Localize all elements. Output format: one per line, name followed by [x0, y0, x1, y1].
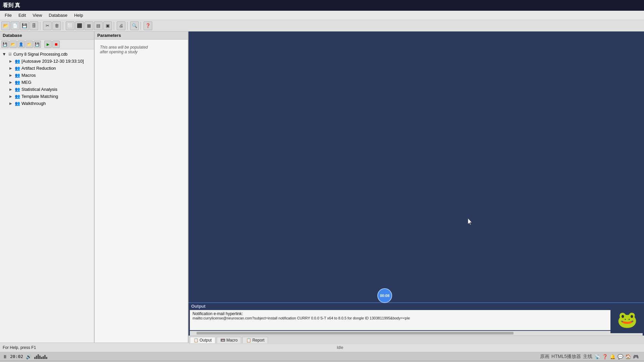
svg-marker-0 — [468, 218, 472, 225]
tree-node-autosave[interactable]: ▶ 👥 [Autosave 2019-12-30 19:33:10] — [0, 58, 94, 65]
database-tree: ▼ 🖥 Curry 8 Signal Processing.cdb ▶ 👥 [A… — [0, 49, 94, 343]
tree-node-macros[interactable]: ▶ 👥 Macros — [0, 72, 94, 79]
volume-icon[interactable]: 🔊 — [26, 354, 32, 359]
tree-node-walkthrough[interactable]: ▶ 👥 Walkthrough — [0, 100, 94, 107]
group-icon-template: 👥 — [15, 94, 20, 99]
tree-root-node[interactable]: ▼ 🖥 Curry 8 Signal Processing.cdb — [0, 51, 94, 58]
tree-node-template[interactable]: ▶ 👥 Template Matching — [0, 93, 94, 100]
toolbar-layout4-btn[interactable]: ▤ — [94, 21, 103, 30]
database-header: Database — [0, 32, 94, 40]
menu-file[interactable]: File — [1, 12, 15, 18]
mouse-cursor — [468, 218, 473, 225]
menu-bar: File Edit View Database Help — [0, 11, 644, 20]
toolbar-layout3-btn[interactable]: ▦ — [85, 21, 93, 30]
toolbar-sep3 — [114, 22, 115, 30]
tray-icon2[interactable]: ❓ — [602, 354, 608, 359]
output-tab-output-label: Output — [200, 338, 212, 343]
tree-node-artifact[interactable]: ▶ 👥 Artifact Reduction — [0, 65, 94, 72]
tree-arrow-macros: ▶ — [9, 73, 13, 77]
output-line2: mailto:currylicense@neuroscan.com?subjec… — [193, 316, 640, 320]
level-bar-2 — [36, 356, 37, 359]
toolbar-sep2 — [63, 22, 64, 30]
tree-arrow-autosave: ▶ — [9, 59, 13, 63]
group-icon-statistical: 👥 — [15, 87, 20, 92]
tray-html5: HTML5播放器 — [551, 354, 581, 360]
group-icon-macros: 👥 — [15, 73, 20, 78]
tray-icon4[interactable]: 💬 — [618, 354, 623, 359]
parameters-panel: Parameters This area will be populated a… — [95, 32, 189, 343]
group-icon-meg: 👥 — [15, 80, 20, 85]
toolbar-open-btn[interactable]: 📂 — [1, 21, 10, 30]
title-bar: 看到 真 — [0, 0, 644, 11]
output-tab-macro-icon: 📼 — [220, 338, 225, 343]
tray-icon1[interactable]: 📡 — [594, 354, 600, 359]
output-tab-output[interactable]: 📋 Output — [190, 337, 215, 343]
database-toolbar: 💾 📂 👤 📁 💾 ▶ ⏹ — [0, 40, 94, 49]
mascot-emoji: 🐸 — [617, 310, 637, 329]
menu-view[interactable]: View — [29, 12, 45, 18]
toolbar-print-btn[interactable]: 🖨 — [117, 21, 125, 30]
tree-arrow-meg: ▶ — [9, 80, 13, 84]
tree-node-statistical[interactable]: ▶ 👥 Statistical Analysis — [0, 86, 94, 93]
output-header: Output — [189, 303, 644, 309]
idle-status: Idle — [39, 345, 641, 350]
output-tab-report[interactable]: 📋 Report — [243, 337, 268, 343]
toolbar-layout1-btn[interactable]: ⬜ — [66, 21, 74, 30]
toolbar-sep4 — [127, 22, 128, 30]
toolbar-help-btn[interactable]: ❓ — [144, 21, 152, 30]
visualization-area[interactable]: 00:08 Output Notification e-mail hyperli… — [189, 32, 644, 343]
system-tray: 原画 HTML5播放器 主线 📡 ❓ 🔔 💬 🏠 🎮 — [537, 354, 641, 360]
tree-arrow-statistical: ▶ — [9, 87, 13, 91]
params-placeholder-text: This area will be populated after openin… — [100, 45, 148, 54]
db-root-folder-icon: 🖥 — [8, 52, 12, 57]
database-panel: Database 💾 📂 👤 📁 💾 ▶ ⏹ ▼ 🖥 Curry 8 Signa… — [0, 32, 95, 343]
output-scrollbar-horizontal[interactable] — [190, 331, 643, 336]
toolbar-layout2-btn[interactable]: ⬛ — [75, 21, 84, 30]
db-open-btn[interactable]: 📂 — [9, 41, 17, 48]
toolbar-cut-btn[interactable]: ✂ — [43, 21, 52, 30]
toolbar-new-btn[interactable]: 📄 — [11, 21, 19, 30]
output-tab-macro-label: Macro — [226, 338, 237, 343]
db-stop-btn[interactable]: ⏹ — [52, 41, 60, 48]
db-run-btn[interactable]: ▶ — [44, 41, 52, 48]
tray-icon5[interactable]: 🏠 — [625, 354, 631, 359]
toolbar-layout5-btn[interactable]: ▣ — [103, 21, 112, 30]
output-tab-macro[interactable]: 📼 Macro — [217, 337, 241, 343]
tray-label1: 原画 — [540, 354, 549, 360]
output-content: Notification e-mail hyperlink: mailto:cu… — [190, 310, 643, 330]
db-sep — [42, 41, 44, 48]
tree-arrow-artifact: ▶ — [9, 66, 13, 70]
toolbar-save2-btn[interactable]: 🗄 — [30, 21, 38, 30]
mascot-widget: 🐸 — [610, 306, 644, 333]
tree-node-meg[interactable]: ▶ 👥 MEG — [0, 79, 94, 86]
menu-help[interactable]: Help — [71, 12, 87, 18]
tree-label-artifact: Artifact Reduction — [21, 66, 56, 71]
tray-icon6[interactable]: 🎮 — [633, 354, 639, 359]
db-export-btn[interactable]: 💾 — [34, 41, 41, 48]
group-icon-walkthrough: 👥 — [15, 101, 20, 106]
playback-bar: ⏸ 20:02 🔊 原画 HTML5播放器 主线 📡 ❓ 🔔 💬 🏠 🎮 — [0, 352, 644, 361]
tray-icon3[interactable]: 🔔 — [610, 354, 615, 359]
help-text: For Help, press F1 — [3, 345, 36, 350]
db-save-btn[interactable]: 💾 — [1, 41, 9, 48]
tree-collapse-icon[interactable]: ▼ — [2, 52, 6, 57]
app-title: 看到 真 — [3, 2, 20, 9]
parameters-header: Parameters — [95, 32, 188, 40]
tray-main: 主线 — [583, 354, 592, 360]
menu-database[interactable]: Database — [45, 12, 71, 18]
db-user-btn[interactable]: 👤 — [17, 41, 25, 48]
group-icon-artifact: 👥 — [15, 66, 20, 71]
tree-label-walkthrough: Walkthrough — [21, 101, 46, 106]
toolbar-del-btn[interactable]: 🗑 — [52, 21, 61, 30]
db-folder-btn[interactable]: 📁 — [25, 41, 33, 48]
toolbar: 📂 📄 💾 🗄 ✂ 🗑 ⬜ ⬛ ▦ ▤ ▣ 🖨 🔍 ❓ — [0, 20, 644, 32]
output-line1: Notification e-mail hyperlink: — [193, 311, 640, 316]
toolbar-sep1 — [40, 22, 41, 30]
toolbar-zoom-btn[interactable]: 🔍 — [130, 21, 139, 30]
play-pause-button[interactable]: ⏸ — [3, 354, 7, 359]
time-display: 20:02 — [10, 354, 23, 359]
parameters-placeholder: This area will be populated after openin… — [95, 40, 188, 60]
menu-edit[interactable]: Edit — [15, 12, 29, 18]
level-bar-3 — [38, 354, 39, 359]
toolbar-save-btn[interactable]: 💾 — [20, 21, 29, 30]
